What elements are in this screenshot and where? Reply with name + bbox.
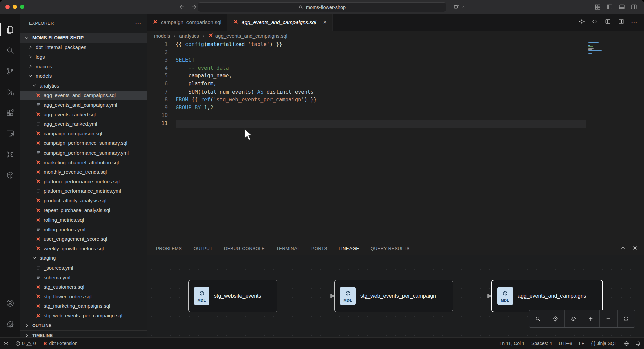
activity-accounts[interactable] [0, 293, 20, 313]
close-panel-button[interactable] [632, 245, 638, 252]
code-line-1[interactable]: 1{{ config(materialized='table') }} [147, 41, 644, 49]
code-line-10[interactable]: 10 [147, 112, 644, 120]
panel-tab-TERMINAL[interactable]: TERMINAL [276, 242, 300, 255]
lineage-zoom-out-button[interactable] [600, 310, 618, 327]
editor-tab-campaign_comparison.sql[interactable]: campaign_comparison.sql [147, 14, 227, 31]
customize-layout-button[interactable] [594, 4, 601, 10]
tree-item-stg_marketing_campaigns.sql[interactable]: stg_marketing_campaigns.sql [20, 301, 147, 311]
tree-item-platform_performance_metrics.sql[interactable]: platform_performance_metrics.sql [20, 177, 147, 186]
tree-item-agg_events_and_campaigns.sql[interactable]: agg_events_and_campaigns.sql [20, 91, 147, 100]
lineage-refresh-button[interactable] [618, 310, 635, 327]
activity-dbt-power-user[interactable] [0, 144, 20, 165]
panel-tab-QUERY RESULTS[interactable]: QUERY RESULTS [370, 242, 409, 255]
code-editor[interactable]: 1{{ config(materialized='table') }}23SEL… [147, 41, 644, 242]
activity-search[interactable] [0, 40, 20, 61]
close-tab-icon[interactable]: × [323, 19, 327, 25]
tree-item-dbt_internal_packages[interactable]: dbt_internal_packages [20, 43, 147, 52]
breadcrumb-item-models[interactable]: models [154, 33, 170, 39]
breadcrumb-item-analytics[interactable]: analytics [179, 33, 199, 39]
lineage-node-agg_events_and_campaigns[interactable]: MDLagg_events_and_campaigns [491, 280, 603, 312]
dbt-extension-status[interactable]: dbt Extension [39, 338, 81, 349]
command-center-search[interactable]: moms-flower-shop [198, 2, 446, 12]
code-line-11[interactable]: 11 [147, 120, 644, 128]
panel-tab-OUTPUT[interactable]: OUTPUT [193, 242, 212, 255]
encoding-status[interactable]: UTF-8 [555, 338, 576, 349]
open-in-window-button[interactable] [453, 0, 465, 14]
cursor-position-status[interactable]: Ln 11, Col 1 [496, 338, 528, 349]
code-line-9[interactable]: 9GROUP BY 1,2 [147, 104, 644, 112]
window-zoom-button[interactable] [20, 5, 24, 9]
tree-item-agg_events_ranked.sql[interactable]: agg_events_ranked.sql [20, 110, 147, 119]
activity-extensions[interactable] [0, 102, 20, 123]
code-line-3[interactable]: 3SELECT [147, 56, 644, 64]
sparkle-action-button[interactable] [579, 18, 585, 26]
toggle-panel-button[interactable] [618, 3, 625, 10]
more-actions-icon[interactable]: ⋯ [135, 19, 141, 27]
maximize-panel-button[interactable] [620, 245, 626, 252]
editor-tab-agg_events_and_campaigns.sql[interactable]: agg_events_and_campaigns.sql× [227, 14, 333, 31]
tree-item-stg_web_events_per_campaign.sql[interactable]: stg_web_events_per_campaign.sql [20, 311, 147, 321]
tree-item-agg_events_ranked.yml[interactable]: agg_events_ranked.yml [20, 119, 147, 129]
toggle-secondary-sidebar-button[interactable] [630, 3, 637, 10]
tree-item-repeat_purchase_analysis.sql[interactable]: repeat_purchase_analysis.sql [20, 206, 147, 215]
activity-packages[interactable] [0, 165, 20, 185]
globe-status[interactable] [621, 338, 632, 349]
outline-section-header[interactable]: OUTLINE [20, 321, 147, 331]
panel-tab-LINEAGE[interactable]: LINEAGE [339, 242, 359, 255]
tree-item-models[interactable]: models [20, 71, 147, 81]
lineage-node-stg_web_events_per_campaign[interactable]: MDLstg_web_events_per_campaign [334, 280, 453, 312]
lineage-node-stg_website_events[interactable]: MDLstg_website_events [188, 280, 277, 312]
panel-tab-DEBUG CONSOLE[interactable]: DEBUG CONSOLE [224, 242, 265, 255]
code-line-8[interactable]: 8FROM {{ ref('stg_web_events_per_campaig… [147, 96, 644, 104]
eol-status[interactable]: LF [576, 338, 588, 349]
back-button[interactable] [179, 4, 185, 10]
code-line-6[interactable]: 6 platform, [147, 80, 644, 88]
activity-remote-explorer[interactable] [0, 123, 20, 144]
panel-tab-PROBLEMS[interactable]: PROBLEMS [156, 242, 182, 255]
minimap[interactable] [586, 42, 644, 57]
remote-indicator[interactable] [0, 338, 12, 349]
lineage-zoom-in-button[interactable] [582, 310, 600, 327]
tree-item-monthly_revenue_trends.sql[interactable]: monthly_revenue_trends.sql [20, 167, 147, 177]
tree-item-rolling_metrics.sql[interactable]: rolling_metrics.sql [20, 215, 147, 225]
activity-settings[interactable] [0, 313, 20, 334]
tree-item-marketing_channel_attribution.sql[interactable]: marketing_channel_attribution.sql [20, 158, 147, 167]
tree-item-stg_customers.sql[interactable]: stg_customers.sql [20, 282, 147, 292]
tree-item-weekly_growth_metrics.sql[interactable]: weekly_growth_metrics.sql [20, 244, 147, 253]
tree-item-agg_events_and_campaigns.yml[interactable]: agg_events_and_campaigns.yml [20, 100, 147, 110]
tree-item-product_affinity_analysis.sql[interactable]: product_affinity_analysis.sql [20, 196, 147, 206]
lineage-fit-view-button[interactable] [547, 310, 565, 327]
toggle-sidebar-button[interactable] [606, 3, 613, 10]
code-line-5[interactable]: 5 campaign_name, [147, 72, 644, 80]
indentation-status[interactable]: Spaces: 4 [528, 338, 555, 349]
tree-item-campaign_performance_summary.sql[interactable]: campaign_performance_summary.sql [20, 138, 147, 148]
notifications-bell[interactable] [632, 338, 644, 349]
tree-root-folder[interactable]: MOMS-FLOWER-SHOP [20, 33, 147, 43]
tree-item-platform_performance_metrics.yml[interactable]: platform_performance_metrics.yml [20, 186, 147, 196]
code-line-7[interactable]: 7 SUM(total_num_events) AS distinct_even… [147, 88, 644, 96]
problems-status[interactable]: 0 0 [12, 338, 39, 349]
timeline-section-header[interactable]: TIMELINE [20, 330, 147, 338]
activity-run-debug[interactable] [0, 81, 20, 102]
code-line-4[interactable]: 4 -- event data [147, 64, 644, 72]
language-mode-status[interactable]: { } Jinja SQL [588, 338, 621, 349]
window-minimize-button[interactable] [13, 5, 17, 9]
tree-item-stg_flower_orders.sql[interactable]: stg_flower_orders.sql [20, 292, 147, 301]
breadcrumb-item-agg_events_and_campaigns.sql[interactable]: agg_events_and_campaigns.sql [208, 33, 287, 39]
query-results-button[interactable] [605, 18, 611, 26]
tree-item-analytics[interactable]: analytics [20, 81, 147, 91]
tree-item-user_engagement_score.sql[interactable]: user_engagement_score.sql [20, 234, 147, 244]
activity-source-control[interactable] [0, 61, 20, 81]
activity-explorer[interactable] [0, 19, 20, 40]
more-actions-icon[interactable]: ⋯ [631, 18, 637, 26]
lineage-visibility-button[interactable] [565, 310, 582, 327]
tree-item-macros[interactable]: macros [20, 62, 147, 71]
tree-item-logs[interactable]: logs [20, 52, 147, 62]
tree-item-staging[interactable]: staging [20, 253, 147, 263]
inline-code-button[interactable] [592, 18, 598, 26]
tree-item-campaign_comparison.sql[interactable]: campaign_comparison.sql [20, 129, 147, 138]
lineage-zoom-search-button[interactable] [529, 310, 547, 327]
panel-tab-PORTS[interactable]: PORTS [311, 242, 327, 255]
lineage-canvas[interactable]: MDLstg_website_eventsMDLstg_web_events_p… [147, 255, 644, 338]
window-close-button[interactable] [5, 5, 10, 9]
